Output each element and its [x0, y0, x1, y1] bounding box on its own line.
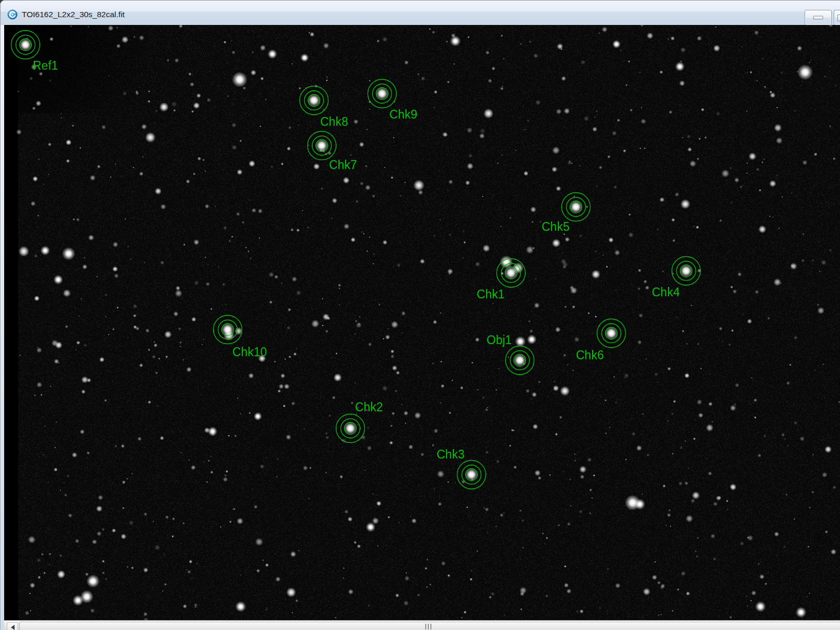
aperture-circle: [368, 80, 397, 108]
photometry-marker-chk1[interactable]: Chk1: [477, 259, 526, 301]
aperture-circle: [562, 193, 590, 221]
aperture-circle: [345, 423, 357, 435]
scrollbar-thumb[interactable]: [19, 622, 840, 630]
aperture-circle: [597, 319, 626, 348]
marker-label: Chk10: [232, 345, 267, 359]
image-document-window: TOI6162_L2x2_30s_82cal.fit Ref1Chk8Chk9C…: [0, 0, 840, 630]
photometry-marker-chk9[interactable]: Chk9: [368, 80, 417, 122]
aperture-circle: [502, 264, 521, 283]
minimize-button[interactable]: [805, 10, 832, 25]
aperture-circle: [462, 465, 481, 484]
aperture-circle: [312, 136, 332, 155]
aperture-circle: [680, 265, 692, 277]
aperture-circle: [506, 346, 534, 375]
marker-label: Chk5: [542, 220, 570, 233]
photometry-marker-chk5[interactable]: Chk5: [542, 193, 590, 234]
aperture-circle: [466, 469, 478, 481]
minimize-icon: [813, 16, 823, 20]
marker-label: Ref1: [33, 59, 58, 72]
aperture-circle: [497, 259, 526, 287]
aperture-circle: [336, 414, 365, 443]
aperture-circle: [305, 91, 324, 110]
maximize-button[interactable]: [834, 10, 840, 25]
window-title: TOI6162_L2x2_30s_82cal.fit: [22, 10, 125, 19]
photometry-marker-chk8[interactable]: Chk8: [300, 86, 348, 129]
scroll-left-icon: [11, 625, 15, 630]
photometry-marker-obj1[interactable]: Obj1: [487, 333, 534, 375]
marker-label: Chk4: [652, 285, 680, 299]
aperture-circle: [677, 261, 696, 281]
aperture-circle: [222, 324, 234, 336]
aperture-circle: [11, 31, 40, 59]
aperture-circle: [672, 257, 701, 285]
photometry-marker-chk2[interactable]: Chk2: [336, 400, 383, 443]
titlebar[interactable]: TOI6162_L2x2_30s_82cal.fit: [1, 1, 840, 25]
photometry-marker-chk10[interactable]: Chk10: [214, 316, 267, 359]
aperture-circle: [218, 320, 238, 339]
aperture-circle: [308, 95, 320, 107]
aperture-circle: [16, 35, 35, 55]
horizontal-scrollbar[interactable]: [4, 620, 840, 630]
aperture-circle: [373, 84, 392, 103]
maxim-document-icon: [7, 9, 18, 20]
scroll-left-button[interactable]: [7, 622, 18, 630]
aperture-circle: [514, 355, 526, 366]
image-viewport: Ref1Chk8Chk9Chk7Chk5Chk1Chk4Chk10Obj1Chk…: [4, 25, 840, 620]
aperture-circle: [606, 327, 618, 339]
aperture-circle: [308, 132, 336, 160]
photometry-marker-chk4[interactable]: Chk4: [652, 257, 701, 299]
marker-label: Chk6: [576, 348, 604, 362]
maximize-icon: [837, 15, 840, 21]
marker-label: Chk1: [477, 287, 505, 301]
aperture-circle: [20, 39, 32, 51]
marker-label: Obj1: [487, 333, 512, 347]
aperture-circle: [457, 461, 486, 489]
marker-label: Chk2: [355, 400, 383, 414]
aperture-circle: [602, 324, 621, 343]
photometry-marker-ref1[interactable]: Ref1: [11, 31, 58, 73]
aperture-circle: [316, 140, 328, 152]
marker-label: Chk7: [329, 158, 357, 172]
aperture-circle: [505, 267, 517, 279]
marker-label: Chk8: [320, 115, 348, 128]
photometry-marker-chk6[interactable]: Chk6: [576, 319, 626, 362]
marker-label: Chk3: [437, 448, 465, 461]
aperture-circle: [570, 201, 582, 213]
photometry-marker-chk3[interactable]: Chk3: [437, 448, 486, 489]
scrollbar-grip-icon: [425, 624, 434, 629]
aperture-circle: [567, 198, 586, 217]
aperture-circle: [300, 86, 329, 115]
marker-label: Chk9: [389, 108, 417, 121]
photometry-annotations-overlay: Ref1Chk8Chk9Chk7Chk5Chk1Chk4Chk10Obj1Chk…: [4, 25, 840, 620]
aperture-circle: [376, 88, 388, 100]
photometry-marker-chk7[interactable]: Chk7: [308, 132, 357, 172]
aperture-circle: [341, 419, 360, 438]
aperture-circle: [510, 351, 530, 370]
aperture-circle: [214, 316, 242, 344]
